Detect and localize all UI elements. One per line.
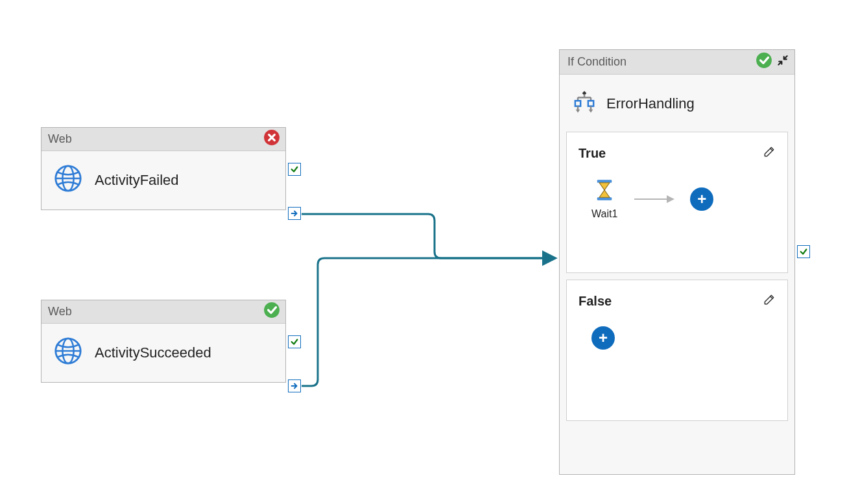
activity-name: ActivitySucceeded [95,344,211,361]
edit-pencil-icon[interactable] [763,293,776,309]
svg-rect-12 [597,197,612,200]
activity-type-label: Web [48,305,72,318]
flow-arrow-icon [634,198,673,200]
activity-header: Web [42,128,285,151]
activity-type-label: Web [48,132,72,146]
condition-type-label: If Condition [567,55,626,69]
activity-if-condition[interactable]: If Condition [559,49,795,475]
activity-header: Web [42,300,285,324]
collapse-icon[interactable] [776,54,789,70]
condition-icon [571,89,597,119]
outlet-success[interactable] [797,245,810,258]
svg-point-4 [264,302,280,318]
branch-false-label: False [579,294,612,309]
add-activity-button[interactable]: + [690,187,713,211]
status-failed-icon [263,129,280,149]
svg-rect-11 [597,180,612,183]
hourglass-icon [593,178,616,204]
outlet-success[interactable] [288,335,301,348]
activity-web-failed[interactable]: Web ActivityFailed [41,127,286,210]
condition-title-row: ErrorHandling [560,75,794,132]
branch-true: True [566,132,788,273]
activity-body: ActivityFailed [42,151,285,210]
edit-pencil-icon[interactable] [763,145,776,162]
outlet-success[interactable] [288,163,301,176]
outlet-completion[interactable] [288,379,301,392]
outlet-completion[interactable] [288,207,301,220]
branch-false: False + [566,280,788,421]
globe-icon [53,163,83,197]
wait-label: Wait1 [591,208,617,220]
add-activity-button[interactable]: + [591,326,615,350]
pipeline-canvas[interactable]: Web ActivityFailed Web [0,0,847,504]
status-success-icon [263,302,280,322]
condition-header: If Condition [560,50,794,75]
svg-rect-10 [588,101,593,106]
wait-activity[interactable]: Wait1 [591,178,617,220]
globe-icon [53,336,83,370]
svg-rect-9 [575,101,580,106]
activity-web-succeeded[interactable]: Web ActivitySucceeded [41,300,286,383]
svg-point-8 [756,53,772,68]
status-success-icon [756,52,772,72]
activity-body: ActivitySucceeded [42,324,285,382]
activity-name: ActivityFailed [95,172,179,189]
branch-true-label: True [579,146,606,161]
condition-name: ErrorHandling [606,95,695,112]
